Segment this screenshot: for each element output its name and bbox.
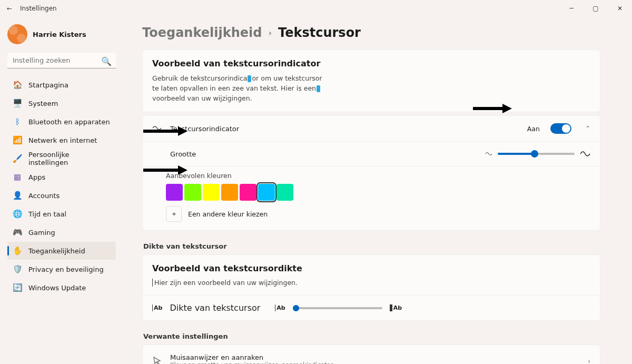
nav-label: Systeem: [28, 100, 58, 107]
chevron-right-icon: ›: [268, 28, 272, 38]
colors-label: Aanbevolen kleuren: [166, 172, 590, 180]
nav-label: Persoonlijke instellingen: [28, 151, 111, 166]
add-color-button[interactable]: ＋ Een andere kleur kiezen: [166, 206, 590, 222]
thickness-section-title: Dikte van tekstcursor: [143, 242, 600, 250]
related-section-title: Verwante instellingen: [143, 332, 600, 340]
avatar: [7, 24, 27, 44]
thickness-slider[interactable]: [293, 307, 382, 309]
nav-label: Privacy en beveiliging: [28, 265, 104, 273]
color-swatch[interactable]: [184, 184, 201, 201]
nav-label: Accounts: [28, 192, 60, 200]
user-name: Harrie Kisters: [33, 31, 86, 38]
cursor-indicator-demo: [317, 85, 320, 92]
color-swatch[interactable]: [166, 184, 183, 201]
user-profile[interactable]: Harrie Kisters: [7, 24, 116, 44]
back-icon[interactable]: ←: [4, 5, 15, 12]
color-swatch[interactable]: [221, 184, 238, 201]
nav-icon: 👤: [13, 191, 22, 200]
sidebar-item-toegankelijkheid[interactable]: ✋Toegankelijkheid: [7, 242, 116, 260]
nav-icon: 🔄: [13, 283, 22, 292]
sidebar-item-gaming[interactable]: 🎮Gaming: [7, 223, 116, 241]
thickness-large-icon: Ab: [390, 304, 402, 311]
sidebar-item-persoonlijke-instellingen[interactable]: 🖌️Persoonlijke instellingen: [7, 150, 116, 168]
chevron-right-icon: ›: [588, 358, 590, 364]
nav-label: Bluetooth en apparaten: [28, 118, 110, 126]
sidebar-item-tijd-en-taal[interactable]: 🌐Tijd en taal: [7, 205, 116, 223]
search-input[interactable]: [7, 53, 116, 68]
nav-label: Startpagina: [28, 81, 68, 89]
thickness-preview-title: Voorbeeld van tekstcursordikte: [152, 263, 590, 273]
breadcrumb: Toegankelijkheid › Tekstcursor: [142, 25, 600, 40]
nav-label: Toegankelijkheid: [28, 247, 85, 255]
nav-icon: 🏠: [13, 80, 22, 90]
cursor-indicator-icon: [152, 124, 163, 134]
nav-label: Netwerk en internet: [28, 136, 97, 144]
search-box[interactable]: 🔍: [7, 53, 116, 68]
indicator-preview-text: Gebruik de tekstcursorindicaor om uw tek…: [152, 74, 326, 103]
nav-icon: ▦: [13, 172, 22, 182]
indicator-toggle-label: Tekstcursorindicator: [170, 125, 239, 133]
nav-icon: 🛡️: [13, 264, 22, 274]
sidebar-item-apps[interactable]: ▦Apps: [7, 168, 116, 186]
sidebar-item-systeem[interactable]: 🖥️Systeem: [7, 94, 116, 112]
sidebar-item-netwerk-en-internet[interactable]: 📶Netwerk en internet: [7, 131, 116, 149]
plus-icon: ＋: [166, 206, 182, 222]
color-swatch[interactable]: [258, 184, 275, 201]
maximize-button[interactable]: ▢: [584, 0, 608, 17]
chevron-up-icon[interactable]: ⌃: [585, 125, 590, 132]
color-swatch[interactable]: [203, 184, 220, 201]
indicator-toggle[interactable]: [550, 123, 571, 134]
nav-icon: ᛒ: [13, 117, 22, 126]
size-slider[interactable]: [498, 153, 575, 155]
sidebar-item-privacy-en-beveiliging[interactable]: 🛡️Privacy en beveiliging: [7, 260, 116, 278]
sidebar-item-startpagina[interactable]: 🏠Startpagina: [7, 76, 116, 94]
sidebar-item-windows-update[interactable]: 🔄Windows Update: [7, 279, 116, 297]
sidebar-item-bluetooth-en-apparaten[interactable]: ᛒBluetooth en apparaten: [7, 113, 116, 131]
size-max-icon: [580, 149, 590, 159]
nav-icon: 🌐: [13, 209, 22, 219]
add-color-label: Een andere kleur kiezen: [188, 210, 268, 218]
window-title: Instellingen: [20, 5, 57, 12]
nav-label: Apps: [28, 173, 45, 181]
cursor-indicator-demo: [248, 75, 251, 82]
toggle-state-text: Aan: [527, 125, 540, 133]
related-mouse-link[interactable]: Muisaanwijzer en aanraken Kleur en groot…: [143, 345, 600, 364]
nav-label: Tijd en taal: [28, 210, 66, 218]
sidebar-item-accounts[interactable]: 👤Accounts: [7, 186, 116, 204]
indicator-preview-title: Voorbeeld van tekstcursorindicator: [152, 58, 590, 68]
color-swatch[interactable]: [276, 184, 293, 201]
thickness-small-icon: Ab: [275, 304, 285, 311]
search-icon: 🔍: [101, 56, 112, 66]
nav-icon: 🎮: [13, 228, 22, 237]
related-link-title: Muisaanwijzer en aanraken: [170, 353, 573, 361]
thickness-preview-text: Hier zijn een voorbeeld van uw wijziging…: [152, 279, 590, 287]
nav-icon: 🖌️: [13, 154, 22, 163]
thickness-min-icon: Ab: [152, 304, 162, 311]
nav-label: Gaming: [28, 229, 55, 237]
thickness-label: Dikte van tekstcursor: [170, 303, 260, 313]
color-swatch[interactable]: [240, 184, 256, 201]
related-link-subtitle: Kleur en grootte van muisaanwijzer, aanr…: [170, 361, 573, 364]
nav-icon: ✋: [13, 246, 22, 255]
size-label: Grootte: [170, 150, 196, 158]
nav-icon: 🖥️: [13, 99, 22, 108]
breadcrumb-current: Tekstcursor: [278, 25, 361, 40]
close-button[interactable]: ✕: [608, 0, 632, 17]
nav-label: Windows Update: [28, 284, 86, 292]
size-min-icon: [485, 150, 492, 158]
nav-icon: 📶: [13, 135, 22, 145]
mouse-icon: [152, 356, 162, 364]
minimize-button[interactable]: ─: [559, 0, 584, 17]
breadcrumb-parent[interactable]: Toegankelijkheid: [142, 25, 262, 40]
